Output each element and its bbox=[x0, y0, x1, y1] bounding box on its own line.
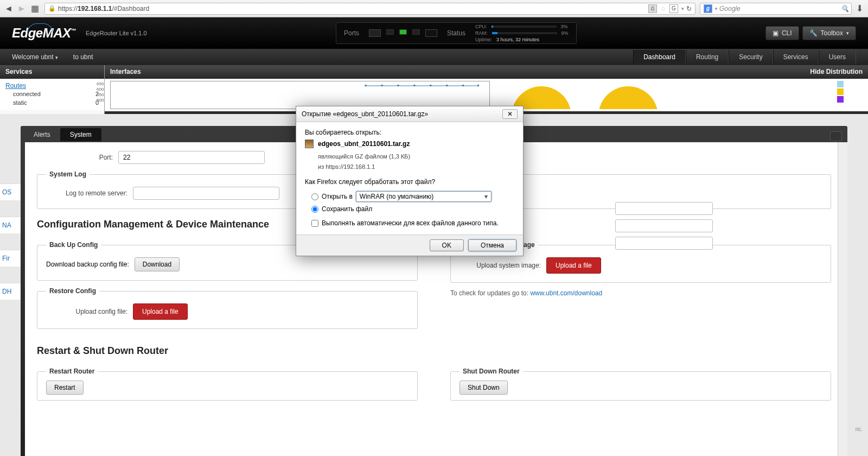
back-button[interactable]: ◄ bbox=[3, 3, 14, 14]
google-search-icon: g bbox=[704, 4, 712, 13]
auto-checkbox[interactable] bbox=[311, 220, 318, 227]
tab-list-button[interactable]: ▦ bbox=[29, 3, 40, 14]
url-host: 192.168.1.1 bbox=[78, 5, 112, 12]
dialog-close-button[interactable]: ✕ bbox=[502, 109, 518, 119]
tab-users[interactable]: Users bbox=[819, 50, 856, 64]
port-console-icon bbox=[369, 29, 381, 37]
interfaces-panel-header: Interfaces bbox=[110, 68, 141, 75]
scrollbar[interactable] bbox=[838, 142, 847, 456]
upload-system-button[interactable]: Upload a file bbox=[546, 257, 601, 274]
restart-button[interactable]: Restart bbox=[46, 381, 84, 395]
tab-routing[interactable]: Routing bbox=[686, 50, 729, 64]
tab-services[interactable]: Services bbox=[773, 50, 819, 64]
download-dialog: Открытие «edgeos_ubnt_20110601.tar.gz» ✕… bbox=[296, 106, 524, 256]
dialog-title: Открытие «edgeos_ubnt_20110601.tar.gz» bbox=[302, 110, 428, 118]
dialog-ok-button[interactable]: OK bbox=[430, 239, 464, 251]
port-0-icon bbox=[386, 29, 394, 35]
dialog-cancel-button[interactable]: Отмена bbox=[468, 239, 516, 251]
extra-input-3[interactable] bbox=[615, 237, 713, 250]
archive-icon bbox=[305, 140, 314, 148]
open-with-radio[interactable] bbox=[311, 193, 318, 200]
cli-button[interactable]: ▣CLI bbox=[765, 26, 799, 40]
services-panel-header: Services bbox=[0, 65, 104, 79]
svg-rect-6 bbox=[446, 85, 448, 86]
wrench-icon: 🔧 bbox=[809, 29, 818, 37]
app-header: EdgeMAX™ EdgeRouter Lite v1.1.0 Ports St… bbox=[0, 17, 868, 49]
google-icon[interactable]: G bbox=[669, 4, 678, 13]
reload-icon[interactable]: ↻ bbox=[686, 5, 692, 12]
port-1-icon bbox=[399, 29, 407, 35]
svg-rect-5 bbox=[430, 85, 431, 86]
toolbox-button[interactable]: 🔧Toolbox▾ bbox=[802, 26, 856, 40]
tx-pie: TX bbox=[593, 81, 663, 109]
logo: EdgeMAX™ bbox=[12, 26, 76, 41]
welcome-user[interactable]: Welcome ubnt ▾ bbox=[12, 53, 58, 61]
lock-icon: 🔒 bbox=[48, 5, 56, 12]
dialog-filename: edgeos_ubnt_20110601.tar.gz bbox=[318, 140, 410, 148]
footer-inc: nc. bbox=[856, 426, 863, 432]
port-input[interactable] bbox=[118, 151, 265, 164]
url-path: /#Dashboard bbox=[112, 5, 149, 12]
restart-heading: Restart & Shut Down Router bbox=[37, 345, 831, 357]
port-2-icon bbox=[412, 29, 420, 35]
star-icon[interactable]: ☆ bbox=[660, 5, 666, 12]
dropdown-icon[interactable]: ▾ bbox=[681, 6, 684, 11]
search-bar[interactable]: g ▾ Google 🔍 bbox=[700, 3, 852, 15]
svg-rect-4 bbox=[413, 85, 415, 86]
svg-rect-7 bbox=[462, 85, 464, 86]
shutdown-button[interactable]: Shut Down bbox=[459, 381, 508, 395]
rx-pie: RX bbox=[506, 81, 577, 109]
print-icon[interactable]: ⎙ bbox=[648, 4, 657, 13]
terminal-icon: ▣ bbox=[773, 29, 778, 37]
ports-status-box: Ports Status CPU:3% RAM:9% Uptime:3 hour… bbox=[336, 22, 577, 44]
updates-link[interactable]: www.ubnt.com/download bbox=[530, 289, 602, 297]
svg-rect-2 bbox=[381, 85, 383, 86]
chevron-down-icon: ▾ bbox=[846, 30, 849, 36]
syslog-server-input[interactable] bbox=[133, 187, 279, 200]
extra-input-2[interactable] bbox=[615, 219, 713, 232]
download-backup-button[interactable]: Download bbox=[135, 257, 180, 271]
secondary-bar: Welcome ubnt ▾ to ubnt Dashboard Routing… bbox=[0, 49, 868, 65]
device-subtitle: EdgeRouter Lite v1.1.0 bbox=[86, 30, 147, 36]
modal-tab-system[interactable]: System bbox=[60, 128, 101, 141]
tab-security[interactable]: Security bbox=[729, 50, 773, 64]
hide-distribution-link[interactable]: Hide Distribution bbox=[810, 68, 863, 75]
traffic-chart: 650600550500 bbox=[110, 81, 490, 109]
url-bar[interactable]: 🔒 https://192.168.1.1/#Dashboard ⎙ ☆ G ▾… bbox=[44, 3, 695, 15]
tab-dashboard[interactable]: Dashboard bbox=[633, 50, 686, 64]
upload-config-button[interactable]: Upload a file bbox=[133, 303, 188, 320]
modal-tab-alerts[interactable]: Alerts bbox=[24, 128, 60, 141]
svg-rect-8 bbox=[477, 85, 479, 86]
save-file-radio[interactable] bbox=[311, 206, 318, 213]
extra-input-1[interactable] bbox=[615, 202, 713, 215]
forward-button[interactable]: ► bbox=[16, 3, 27, 14]
browser-toolbar: ◄ ► ▦ 🔒 https://192.168.1.1/#Dashboard ⎙… bbox=[0, 0, 868, 17]
open-with-select[interactable]: WinRAR (по умолчанию) bbox=[356, 191, 492, 202]
routes-link[interactable]: Routes bbox=[5, 82, 26, 90]
port-extra-icon bbox=[425, 29, 437, 37]
download-indicator-icon[interactable]: ⬇ bbox=[854, 3, 865, 14]
modal-close-button[interactable] bbox=[830, 131, 842, 141]
search-submit-icon[interactable]: 🔍 bbox=[841, 5, 849, 12]
svg-rect-1 bbox=[365, 85, 367, 86]
svg-rect-3 bbox=[397, 85, 399, 86]
port-legend: Port 0 Port 1 Port 2 bbox=[837, 81, 863, 109]
to-user: to ubnt bbox=[73, 53, 93, 61]
